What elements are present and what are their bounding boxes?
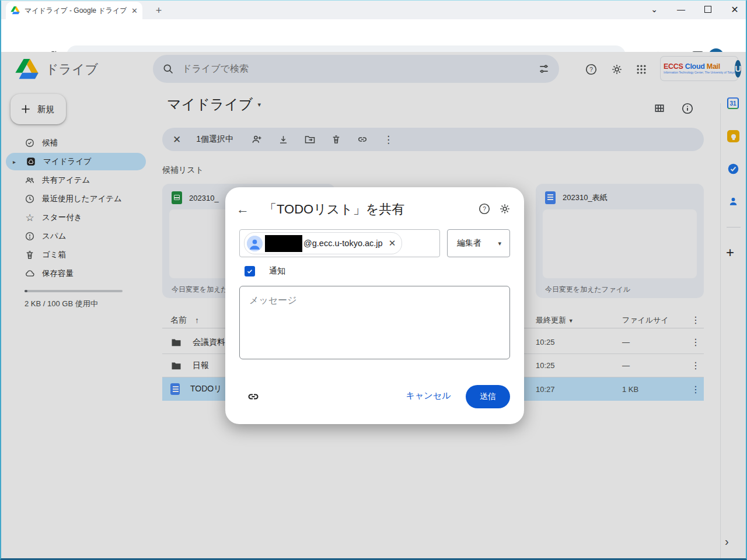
notify-checkbox[interactable]: [245, 266, 255, 276]
cancel-button[interactable]: キャンセル: [400, 390, 456, 401]
dialog-settings-gear-icon[interactable]: [497, 201, 512, 216]
window-minimize-button[interactable]: —: [668, 1, 694, 18]
dialog-help-icon[interactable]: ?: [477, 201, 492, 216]
notify-label: 通知: [269, 266, 285, 276]
recipient-email-domain: @g.ecc.u-tokyo.ac.jp: [303, 239, 383, 248]
role-caret-icon: ▾: [498, 240, 501, 247]
drive-favicon-icon: [11, 6, 20, 15]
browser-toolbar: ← → drive.google.com/drive/my-drive ☆ U …: [1, 19, 746, 52]
dialog-back-button[interactable]: ←: [235, 201, 251, 218]
recipient-avatar-icon: [247, 236, 263, 251]
recipient-input[interactable]: @g.ecc.u-tokyo.ac.jp ✕: [239, 229, 440, 257]
role-value: 編集者: [457, 238, 481, 249]
new-tab-button[interactable]: +: [151, 3, 167, 18]
svg-text:?: ?: [483, 206, 486, 212]
tab-title: マイドライブ - Google ドライブ: [25, 6, 127, 16]
browser-tab[interactable]: マイドライブ - Google ドライブ ✕: [6, 2, 142, 19]
role-select[interactable]: 編集者 ▾: [447, 229, 510, 257]
dialog-title: 「TODOリスト」を共有: [264, 201, 404, 218]
maximize-icon: [704, 6, 711, 13]
remove-recipient-icon[interactable]: ✕: [389, 238, 396, 249]
redacted-name-block: [265, 235, 302, 252]
message-textarea[interactable]: [239, 286, 510, 359]
link-icon: [246, 390, 260, 404]
share-dialog: ← 「TODOリスト」を共有 ? @g.ecc.u-tokyo.ac.jp ✕ …: [225, 187, 524, 424]
window-menu-chevron-icon[interactable]: ⌄: [641, 1, 668, 18]
recipient-chip[interactable]: @g.ecc.u-tokyo.ac.jp ✕: [244, 232, 402, 254]
notify-row: 通知: [245, 266, 285, 276]
browser-titlebar: マイドライブ - Google ドライブ ✕ + ⌄ — ✕: [1, 1, 746, 19]
check-icon: [246, 268, 253, 275]
tab-close-icon[interactable]: ✕: [131, 6, 138, 15]
window-maximize-button[interactable]: [694, 1, 721, 18]
copy-link-button[interactable]: [245, 388, 261, 405]
window-close-button[interactable]: ✕: [721, 1, 747, 18]
send-button[interactable]: 送信: [466, 385, 510, 408]
browser-window: マイドライブ - Google ドライブ ✕ + ⌄ — ✕ ← → drive…: [0, 0, 747, 560]
